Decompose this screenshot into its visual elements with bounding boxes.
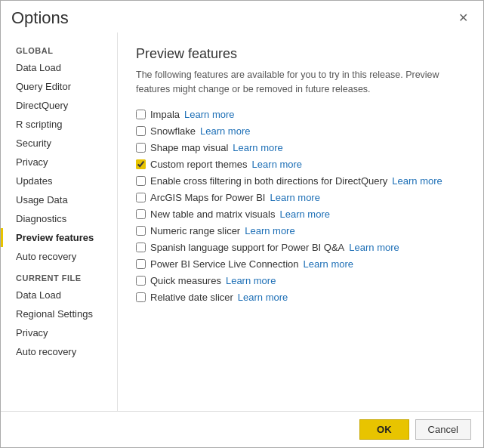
feature-checkbox-relative-date-slicer[interactable]	[136, 292, 146, 302]
content-area: Preview features The following features …	[118, 32, 483, 411]
sidebar-item-data-load[interactable]: Data Load	[1, 58, 117, 77]
learn-more-link-spanish-language[interactable]: Learn more	[349, 242, 399, 253]
sidebar-item-r-scripting[interactable]: R scripting	[1, 115, 117, 134]
sidebar-item-cf-regional-settings[interactable]: Regional Settings	[1, 304, 117, 323]
feature-label-impala: Impala	[150, 109, 180, 120]
feature-item-relative-date-slicer: Relative date slicerLearn more	[136, 292, 465, 303]
ok-button[interactable]: OK	[359, 419, 409, 440]
dialog-body: GLOBAL Data LoadQuery EditorDirectQueryR…	[1, 32, 483, 411]
content-description: The following features are available for…	[136, 68, 465, 97]
feature-label-spanish-language: Spanish language support for Power BI Q&…	[150, 242, 344, 253]
learn-more-link-enable-cross-filtering[interactable]: Learn more	[392, 175, 442, 187]
learn-more-link-arcgis-maps[interactable]: Learn more	[270, 192, 319, 203]
feature-item-quick-measures: Quick measuresLearn more	[136, 275, 465, 286]
content-title: Preview features	[136, 46, 465, 62]
close-button[interactable]: ✕	[454, 11, 473, 26]
feature-checkbox-enable-cross-filtering[interactable]	[136, 176, 146, 186]
feature-checkbox-numeric-range-slicer[interactable]	[136, 226, 146, 236]
feature-item-spanish-language: Spanish language support for Power BI Q&…	[136, 242, 465, 253]
feature-checkbox-new-table-matrix[interactable]	[136, 209, 146, 219]
feature-checkbox-impala[interactable]	[136, 110, 146, 119]
sidebar-item-security[interactable]: Security	[1, 134, 117, 153]
options-dialog: Options ✕ GLOBAL Data LoadQuery EditorDi…	[0, 0, 484, 448]
sidebar-item-cf-privacy[interactable]: Privacy	[1, 323, 117, 342]
learn-more-link-quick-measures[interactable]: Learn more	[226, 275, 276, 286]
feature-item-power-bi-service-live: Power BI Service Live ConnectionLearn mo…	[136, 258, 465, 270]
feature-label-custom-report-themes: Custom report themes	[150, 159, 248, 170]
cancel-button[interactable]: Cancel	[415, 419, 471, 440]
feature-item-enable-cross-filtering: Enable cross filtering in both direction…	[136, 175, 465, 187]
feature-label-snowflake: Snowflake	[150, 125, 196, 137]
learn-more-link-new-table-matrix[interactable]: Learn more	[279, 209, 329, 220]
sidebar-item-privacy[interactable]: Privacy	[1, 153, 117, 171]
sidebar-item-query-editor[interactable]: Query Editor	[1, 77, 117, 96]
learn-more-link-power-bi-service-live[interactable]: Learn more	[304, 258, 353, 270]
sidebar-item-auto-recovery[interactable]: Auto recovery	[1, 247, 117, 266]
learn-more-link-impala[interactable]: Learn more	[184, 109, 234, 120]
feature-label-relative-date-slicer: Relative date slicer	[150, 292, 233, 303]
learn-more-link-relative-date-slicer[interactable]: Learn more	[238, 292, 288, 303]
feature-checkbox-shape-map-visual[interactable]	[136, 143, 146, 153]
sidebar-item-cf-auto-recovery[interactable]: Auto recovery	[1, 342, 117, 361]
feature-label-enable-cross-filtering: Enable cross filtering in both direction…	[150, 175, 387, 187]
sidebar-item-directquery[interactable]: DirectQuery	[1, 96, 117, 115]
feature-checkbox-arcgis-maps[interactable]	[136, 193, 146, 202]
learn-more-link-numeric-range-slicer[interactable]: Learn more	[245, 225, 294, 236]
sidebar-item-usage-data[interactable]: Usage Data	[1, 190, 117, 209]
feature-checkbox-custom-report-themes[interactable]	[136, 159, 146, 169]
learn-more-link-shape-map-visual[interactable]: Learn more	[233, 142, 282, 153]
current-file-section-label: CURRENT FILE	[1, 266, 117, 286]
titlebar: Options ✕	[1, 1, 483, 32]
sidebar-item-preview-features[interactable]: Preview features	[1, 228, 117, 247]
sidebar: GLOBAL Data LoadQuery EditorDirectQueryR…	[1, 32, 118, 411]
feature-label-new-table-matrix: New table and matrix visuals	[150, 209, 275, 220]
dialog-title: Options	[11, 8, 69, 28]
dialog-footer: OK Cancel	[1, 411, 483, 447]
feature-item-custom-report-themes: Custom report themesLearn more	[136, 159, 465, 170]
feature-item-arcgis-maps: ArcGIS Maps for Power BILearn more	[136, 192, 465, 203]
feature-item-shape-map-visual: Shape map visualLearn more	[136, 142, 465, 153]
sidebar-item-diagnostics[interactable]: Diagnostics	[1, 209, 117, 228]
feature-label-shape-map-visual: Shape map visual	[150, 142, 228, 153]
feature-checkbox-snowflake[interactable]	[136, 126, 146, 136]
learn-more-link-custom-report-themes[interactable]: Learn more	[252, 159, 302, 170]
feature-item-numeric-range-slicer: Numeric range slicerLearn more	[136, 225, 465, 236]
global-section-label: GLOBAL	[1, 39, 117, 58]
feature-label-quick-measures: Quick measures	[150, 275, 221, 286]
sidebar-item-cf-data-load[interactable]: Data Load	[1, 286, 117, 304]
feature-label-power-bi-service-live: Power BI Service Live Connection	[150, 258, 299, 270]
feature-item-snowflake: SnowflakeLearn more	[136, 125, 465, 137]
feature-list: ImpalaLearn moreSnowflakeLearn moreShape…	[136, 109, 465, 303]
feature-item-new-table-matrix: New table and matrix visualsLearn more	[136, 209, 465, 220]
feature-label-arcgis-maps: ArcGIS Maps for Power BI	[150, 192, 265, 203]
feature-checkbox-spanish-language[interactable]	[136, 243, 146, 252]
sidebar-item-updates[interactable]: Updates	[1, 171, 117, 190]
feature-checkbox-quick-measures[interactable]	[136, 276, 146, 286]
learn-more-link-snowflake[interactable]: Learn more	[200, 125, 250, 137]
feature-checkbox-power-bi-service-live[interactable]	[136, 259, 146, 269]
feature-label-numeric-range-slicer: Numeric range slicer	[150, 225, 240, 236]
feature-item-impala: ImpalaLearn more	[136, 109, 465, 120]
